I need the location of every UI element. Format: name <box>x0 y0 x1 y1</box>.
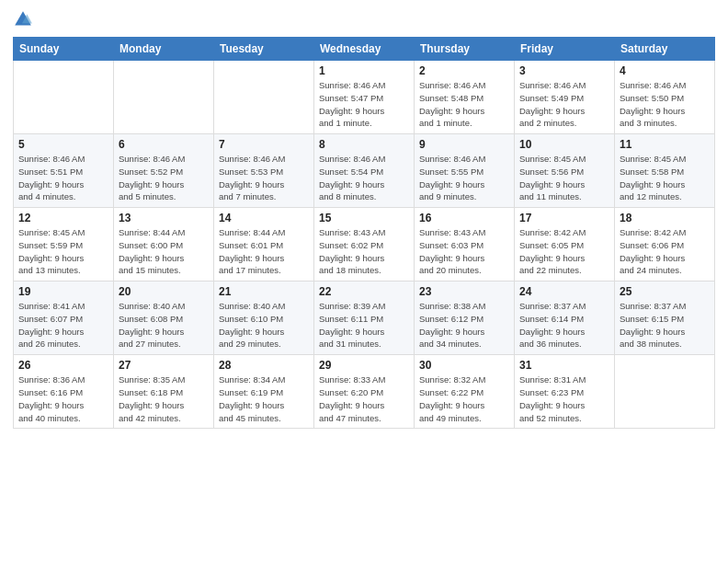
day-number: 17 <box>519 212 609 224</box>
day-info: Sunrise: 8:46 AM Sunset: 5:55 PM Dayligh… <box>419 153 509 203</box>
day-cell: 16Sunrise: 8:43 AM Sunset: 6:03 PM Dayli… <box>415 208 515 282</box>
day-cell: 30Sunrise: 8:32 AM Sunset: 6:22 PM Dayli… <box>415 355 515 429</box>
day-number: 16 <box>419 212 509 224</box>
day-info: Sunrise: 8:40 AM Sunset: 6:08 PM Dayligh… <box>119 300 209 350</box>
day-cell: 27Sunrise: 8:35 AM Sunset: 6:18 PM Dayli… <box>114 355 214 429</box>
day-number: 13 <box>119 212 209 224</box>
day-cell <box>214 61 314 134</box>
day-cell: 17Sunrise: 8:42 AM Sunset: 6:05 PM Dayli… <box>515 208 615 282</box>
day-number: 2 <box>419 64 509 77</box>
day-info: Sunrise: 8:39 AM Sunset: 6:11 PM Dayligh… <box>319 300 409 350</box>
day-number: 10 <box>519 138 609 151</box>
day-number: 14 <box>219 212 309 224</box>
day-info: Sunrise: 8:46 AM Sunset: 5:51 PM Dayligh… <box>18 153 108 203</box>
day-cell: 9Sunrise: 8:46 AM Sunset: 5:55 PM Daylig… <box>415 134 515 208</box>
day-cell: 12Sunrise: 8:45 AM Sunset: 5:59 PM Dayli… <box>14 208 114 282</box>
week-row-2: 12Sunrise: 8:45 AM Sunset: 5:59 PM Dayli… <box>14 208 715 282</box>
day-cell: 2Sunrise: 8:46 AM Sunset: 5:48 PM Daylig… <box>415 61 515 134</box>
calendar-table: SundayMondayTuesdayWednesdayThursdayFrid… <box>13 37 715 429</box>
day-info: Sunrise: 8:43 AM Sunset: 6:03 PM Dayligh… <box>419 226 509 277</box>
day-info: Sunrise: 8:46 AM Sunset: 5:47 PM Dayligh… <box>319 79 409 130</box>
day-info: Sunrise: 8:45 AM Sunset: 5:58 PM Dayligh… <box>620 153 710 203</box>
day-info: Sunrise: 8:36 AM Sunset: 6:16 PM Dayligh… <box>18 373 108 424</box>
day-info: Sunrise: 8:42 AM Sunset: 6:05 PM Dayligh… <box>519 226 609 277</box>
day-cell: 22Sunrise: 8:39 AM Sunset: 6:11 PM Dayli… <box>314 282 415 355</box>
header-tuesday: Tuesday <box>214 38 314 61</box>
day-cell: 31Sunrise: 8:31 AM Sunset: 6:23 PM Dayli… <box>515 355 615 429</box>
week-row-0: 1Sunrise: 8:46 AM Sunset: 5:47 PM Daylig… <box>14 61 715 134</box>
day-info: Sunrise: 8:46 AM Sunset: 5:49 PM Dayligh… <box>519 79 609 130</box>
header-wednesday: Wednesday <box>314 38 415 61</box>
day-info: Sunrise: 8:33 AM Sunset: 6:20 PM Dayligh… <box>319 373 409 424</box>
day-number: 4 <box>620 64 710 77</box>
day-info: Sunrise: 8:32 AM Sunset: 6:22 PM Dayligh… <box>419 373 509 424</box>
day-number: 20 <box>119 285 209 298</box>
day-info: Sunrise: 8:44 AM Sunset: 6:01 PM Dayligh… <box>219 226 309 277</box>
day-cell: 20Sunrise: 8:40 AM Sunset: 6:08 PM Dayli… <box>114 282 214 355</box>
day-cell: 28Sunrise: 8:34 AM Sunset: 6:19 PM Dayli… <box>214 355 314 429</box>
calendar-header-row: SundayMondayTuesdayWednesdayThursdayFrid… <box>14 38 715 61</box>
day-cell: 3Sunrise: 8:46 AM Sunset: 5:49 PM Daylig… <box>515 61 615 134</box>
week-row-4: 26Sunrise: 8:36 AM Sunset: 6:16 PM Dayli… <box>14 355 715 429</box>
day-cell: 8Sunrise: 8:46 AM Sunset: 5:54 PM Daylig… <box>314 134 415 208</box>
week-row-3: 19Sunrise: 8:41 AM Sunset: 6:07 PM Dayli… <box>14 282 715 355</box>
day-cell: 23Sunrise: 8:38 AM Sunset: 6:12 PM Dayli… <box>415 282 515 355</box>
day-info: Sunrise: 8:35 AM Sunset: 6:18 PM Dayligh… <box>119 373 209 424</box>
day-number: 8 <box>319 138 409 151</box>
header-monday: Monday <box>114 38 214 61</box>
header-thursday: Thursday <box>415 38 515 61</box>
day-info: Sunrise: 8:44 AM Sunset: 6:00 PM Dayligh… <box>119 226 209 277</box>
day-cell: 11Sunrise: 8:45 AM Sunset: 5:58 PM Dayli… <box>615 134 715 208</box>
day-number: 31 <box>519 359 609 372</box>
day-cell: 1Sunrise: 8:46 AM Sunset: 5:47 PM Daylig… <box>314 61 415 134</box>
day-number: 7 <box>219 138 309 151</box>
day-cell: 10Sunrise: 8:45 AM Sunset: 5:56 PM Dayli… <box>515 134 615 208</box>
day-number: 19 <box>18 285 108 298</box>
day-info: Sunrise: 8:34 AM Sunset: 6:19 PM Dayligh… <box>219 373 309 424</box>
day-number: 6 <box>119 138 209 151</box>
day-number: 18 <box>620 212 710 224</box>
day-info: Sunrise: 8:46 AM Sunset: 5:54 PM Dayligh… <box>319 153 409 203</box>
day-cell: 25Sunrise: 8:37 AM Sunset: 6:15 PM Dayli… <box>615 282 715 355</box>
logo <box>13 9 37 29</box>
day-info: Sunrise: 8:31 AM Sunset: 6:23 PM Dayligh… <box>519 373 609 424</box>
day-cell: 24Sunrise: 8:37 AM Sunset: 6:14 PM Dayli… <box>515 282 615 355</box>
logo-icon <box>13 9 33 29</box>
day-cell: 7Sunrise: 8:46 AM Sunset: 5:53 PM Daylig… <box>214 134 314 208</box>
day-number: 26 <box>18 359 108 372</box>
day-cell: 26Sunrise: 8:36 AM Sunset: 6:16 PM Dayli… <box>14 355 114 429</box>
day-info: Sunrise: 8:46 AM Sunset: 5:48 PM Dayligh… <box>419 79 509 130</box>
day-number: 28 <box>219 359 309 372</box>
day-cell: 5Sunrise: 8:46 AM Sunset: 5:51 PM Daylig… <box>14 134 114 208</box>
day-number: 3 <box>519 64 609 77</box>
day-cell: 19Sunrise: 8:41 AM Sunset: 6:07 PM Dayli… <box>14 282 114 355</box>
day-cell <box>615 355 715 429</box>
day-cell: 21Sunrise: 8:40 AM Sunset: 6:10 PM Dayli… <box>214 282 314 355</box>
day-info: Sunrise: 8:40 AM Sunset: 6:10 PM Dayligh… <box>219 300 309 350</box>
day-cell: 18Sunrise: 8:42 AM Sunset: 6:06 PM Dayli… <box>615 208 715 282</box>
day-info: Sunrise: 8:46 AM Sunset: 5:53 PM Dayligh… <box>219 153 309 203</box>
header-saturday: Saturday <box>615 38 715 61</box>
day-cell: 14Sunrise: 8:44 AM Sunset: 6:01 PM Dayli… <box>214 208 314 282</box>
day-info: Sunrise: 8:45 AM Sunset: 5:59 PM Dayligh… <box>18 226 108 277</box>
day-info: Sunrise: 8:46 AM Sunset: 5:52 PM Dayligh… <box>119 153 209 203</box>
day-info: Sunrise: 8:37 AM Sunset: 6:15 PM Dayligh… <box>620 300 710 350</box>
day-info: Sunrise: 8:43 AM Sunset: 6:02 PM Dayligh… <box>319 226 409 277</box>
day-number: 25 <box>620 285 710 298</box>
day-number: 27 <box>119 359 209 372</box>
day-number: 21 <box>219 285 309 298</box>
day-cell: 15Sunrise: 8:43 AM Sunset: 6:02 PM Dayli… <box>314 208 415 282</box>
day-number: 11 <box>620 138 710 151</box>
day-number: 1 <box>319 64 409 77</box>
day-cell <box>114 61 214 134</box>
page: SundayMondayTuesdayWednesdayThursdayFrid… <box>0 0 728 563</box>
day-number: 23 <box>419 285 509 298</box>
day-info: Sunrise: 8:38 AM Sunset: 6:12 PM Dayligh… <box>419 300 509 350</box>
day-cell: 6Sunrise: 8:46 AM Sunset: 5:52 PM Daylig… <box>114 134 214 208</box>
day-number: 30 <box>419 359 509 372</box>
day-info: Sunrise: 8:37 AM Sunset: 6:14 PM Dayligh… <box>519 300 609 350</box>
week-row-1: 5Sunrise: 8:46 AM Sunset: 5:51 PM Daylig… <box>14 134 715 208</box>
day-number: 29 <box>319 359 409 372</box>
header-friday: Friday <box>515 38 615 61</box>
day-cell: 4Sunrise: 8:46 AM Sunset: 5:50 PM Daylig… <box>615 61 715 134</box>
